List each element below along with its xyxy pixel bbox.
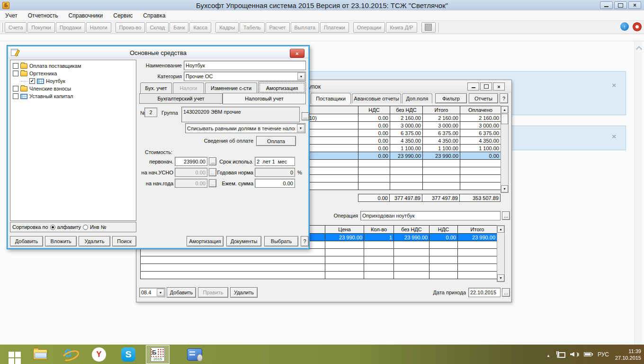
toolbar-button[interactable]: Выплата [291, 22, 320, 33]
tab-taxes[interactable]: Налоги [173, 82, 204, 93]
table-row[interactable] [141, 264, 497, 272]
close-icon[interactable]: × [612, 82, 616, 89]
tree-item[interactable]: Оргтехника [10, 70, 136, 77]
table-row[interactable] [141, 256, 497, 264]
close-button[interactable]: × [290, 49, 304, 58]
chevron-down-icon[interactable]: ▼ [297, 73, 305, 80]
toolbar-button[interactable]: Покупки [27, 22, 54, 33]
add-button[interactable]: Добавить [10, 236, 43, 246]
tree-item[interactable]: Оплата поставщикам [10, 62, 136, 70]
group-more-button[interactable]: ... [302, 112, 309, 120]
subtab-tax-accounting[interactable]: Налоговый учет [223, 93, 306, 104]
taskbar-internet-explorer[interactable] [58, 345, 81, 364]
toolbar-button[interactable]: Табель [240, 22, 264, 33]
scroll-down-icon[interactable]: ▼ [501, 185, 508, 192]
restore-button[interactable] [614, 1, 627, 9]
table-row[interactable] [141, 272, 497, 279]
radio-alphabet[interactable] [50, 225, 55, 230]
update-icon[interactable]: ↑ [620, 22, 629, 31]
toolbar-extra-button[interactable] [421, 22, 436, 33]
delete-button[interactable]: Удалить [230, 287, 258, 298]
checkbox[interactable] [13, 86, 18, 91]
tab-amortization[interactable]: Амортизация [258, 82, 306, 94]
column-header[interactable]: Кол-во [364, 226, 394, 234]
toolbar-button[interactable]: Расчет [266, 22, 290, 33]
toolbar-button[interactable]: Платежи [320, 22, 349, 33]
add-button[interactable]: Добавить [167, 287, 196, 298]
documents-button[interactable]: Документы [226, 236, 261, 246]
operation-more-button[interactable]: ... [502, 211, 510, 220]
annual-rate-field[interactable]: 0 [255, 168, 295, 177]
nest-button[interactable]: Вложить [45, 236, 77, 246]
initial-cost-more-button[interactable]: ... [209, 157, 216, 165]
tab-suppliers[interactable]: Поставщики [311, 93, 351, 104]
volume-icon[interactable] [570, 351, 578, 358]
toolbar-button[interactable]: Склад [146, 22, 169, 33]
menu-item[interactable]: Отчетность [23, 12, 63, 19]
toolbar-button[interactable]: Банк [170, 22, 188, 33]
language-indicator[interactable]: РУС [598, 351, 609, 358]
column-header[interactable]: НДС [429, 226, 458, 234]
radio-inventory-number[interactable] [83, 225, 88, 230]
menu-item[interactable]: Сервис [108, 12, 138, 19]
toolbar-button[interactable]: Налоги [86, 22, 111, 33]
close-button[interactable]: × [628, 1, 641, 9]
help-button[interactable]: ? [301, 236, 309, 246]
name-input[interactable]: Ноутбук [184, 61, 306, 70]
checkbox[interactable] [13, 71, 18, 76]
minimize-button[interactable] [600, 1, 613, 9]
tab-accounting[interactable]: Бух. учет [140, 82, 172, 93]
select-button[interactable]: Выбрать [264, 236, 298, 246]
toolbar-button[interactable]: Касса [189, 22, 211, 33]
menu-item[interactable]: Справка [138, 12, 170, 19]
delete-button[interactable]: Удалить [79, 236, 110, 246]
useful-life-field[interactable]: 2 лет 1 мес [255, 157, 295, 166]
network-icon[interactable] [556, 351, 564, 357]
checkbox[interactable]: ✓ [29, 78, 35, 84]
scroll-up-icon[interactable]: ▲ [497, 226, 504, 233]
taskbar-display-settings[interactable] [183, 345, 206, 364]
column-header[interactable]: Итого [458, 226, 497, 234]
filter-button[interactable]: Фильтр [435, 93, 467, 103]
arrival-date-field[interactable]: 22.10.2015 [468, 288, 501, 297]
payment-button[interactable]: Оплата [256, 136, 296, 146]
usno-start-cost-field[interactable]: 0.00 [175, 168, 207, 177]
subtab-accounting[interactable]: Бухгалтерский учет [139, 93, 223, 104]
taskbar-skype[interactable] [116, 345, 140, 364]
clock[interactable]: 11:39 27.10.2015 [615, 348, 641, 361]
help-button[interactable]: ? [500, 93, 508, 103]
toolbar-grip-icon[interactable] [1, 23, 3, 32]
reports-button[interactable]: Отчеты [469, 93, 498, 103]
column-header[interactable]: Оплачено [460, 106, 501, 114]
close-icon[interactable]: × [612, 133, 616, 140]
purchases-table-scrollbar[interactable]: ▲ ▼ [501, 106, 509, 193]
close-button[interactable]: × [493, 82, 505, 91]
client-scrollbar[interactable] [635, 41, 642, 345]
initial-cost-field[interactable]: 23990.00 [175, 157, 207, 166]
tab-cost-change[interactable]: Изменение с-сти [205, 82, 257, 93]
menu-item[interactable]: Справочники [63, 12, 108, 19]
monthly-amount-field[interactable]: 0.00 [255, 179, 295, 188]
taskbar-file-explorer[interactable] [28, 345, 52, 364]
taskbar-buhsoft-2015[interactable] [146, 345, 170, 364]
restore-button[interactable] [480, 82, 492, 91]
column-header[interactable]: без НДС [394, 226, 429, 234]
start-button[interactable] [0, 345, 23, 364]
account-select[interactable]: 08.4 ▼ [139, 288, 165, 297]
column-header[interactable]: Итого [423, 106, 460, 114]
operation-field[interactable]: Оприходован ноутбук [360, 211, 501, 220]
tree-item[interactable]: Членские взносы [10, 85, 136, 92]
toolbar-button[interactable]: Операции [353, 22, 385, 33]
chevron-down-icon[interactable]: ▼ [297, 124, 304, 132]
number-field[interactable]: 2 [144, 108, 157, 117]
battery-icon[interactable] [584, 352, 591, 356]
search-button[interactable]: Поиск [112, 236, 136, 246]
checkbox[interactable] [13, 93, 18, 99]
writeoff-select[interactable]: Списывать равными долями в течение налог… [185, 123, 305, 133]
year-start-more-button[interactable]: ... [209, 179, 216, 187]
toolbar-button[interactable]: Книга Д/Р [386, 22, 417, 33]
category-select[interactable]: Прочие ОС ▼ [184, 72, 306, 81]
tree-item[interactable]: ✓Ноутбук [10, 77, 136, 85]
table-row[interactable] [141, 249, 497, 256]
tab-advance-reports[interactable]: Авансовые отчеты [352, 93, 401, 103]
